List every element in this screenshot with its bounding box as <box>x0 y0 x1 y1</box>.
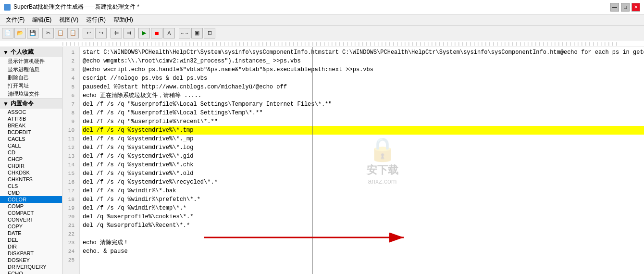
sidebar-item-delete-self[interactable]: 删除自己 <box>0 74 62 82</box>
sidebar-item-ASSOC[interactable]: ASSOC <box>0 109 62 115</box>
menu-help[interactable]: 帮助(H) <box>110 15 137 25</box>
toggle-btn3[interactable]: ⊡ <box>204 28 215 38</box>
code-line-20[interactable]: del /q %userprofile%\cookies\*.* <box>82 212 644 221</box>
sidebar-item-show-hardware[interactable]: 显示计算机硬件 <box>0 57 62 65</box>
sidebar-item-CLS[interactable]: CLS <box>0 183 62 189</box>
sidebar-item-CD[interactable]: CD <box>0 149 62 156</box>
indent-button[interactable]: ⇉ <box>123 28 135 38</box>
maximize-button[interactable]: □ <box>621 3 630 12</box>
paste-button[interactable]: 📋 <box>67 28 79 38</box>
sidebar-item-BCDEDIT[interactable]: BCDEDIT <box>0 129 62 136</box>
code-line-10[interactable]: del /f /s /q %systemdrive%\*.tmp <box>82 126 644 135</box>
toggle-btn1[interactable]: ←→ <box>179 28 190 38</box>
sidebar-item-CMD[interactable]: CMD <box>0 189 62 196</box>
code-line-7[interactable]: del /f /s /q "%userprofile%\Local Settin… <box>82 100 644 109</box>
sidebar-item-ATTRIB[interactable]: ATTRIB <box>0 115 62 122</box>
redo-button[interactable]: ↪ <box>95 28 107 38</box>
editor-scroll[interactable]: 1234567891011121314151617181920212223242… <box>62 47 644 274</box>
sidebar-item-CACLS[interactable]: CACLS <box>0 136 62 142</box>
code-line-1[interactable]: start C:\WINDOWS\PCHealth\HelpCtr\System… <box>82 48 644 57</box>
code-line-8[interactable]: del /f /s /q "%userprofile%\Local Settin… <box>82 109 644 117</box>
line-number-21: 21 <box>62 221 77 230</box>
code-line-22[interactable] <box>82 230 644 238</box>
copy-button[interactable]: 📋 <box>55 28 66 38</box>
undo-button[interactable]: ↩ <box>83 28 94 38</box>
sidebar-item-DISKPART[interactable]: DISKPART <box>0 250 62 257</box>
personal-header[interactable]: ▼ 个人收藏 <box>0 47 62 57</box>
code-line-19[interactable]: del /f /s /q %windir%\temp\*.* <box>82 204 644 212</box>
code-line-16[interactable]: del /f /s /q %systemdrive%\recycled\*.* <box>82 178 644 187</box>
sidebar-item-CHKDSK[interactable]: CHKDSK <box>0 169 62 176</box>
sidebar-item-CHDIR[interactable]: CHDIR <box>0 162 62 169</box>
editor-area: 1234567891011121314151617181920212223242… <box>62 47 644 274</box>
minimize-button[interactable]: — <box>610 3 619 12</box>
sidebar-item-CONVERT[interactable]: CONVERT <box>0 216 62 223</box>
open-button[interactable]: 📂 <box>14 28 26 38</box>
menu-edit[interactable]: 编辑(E) <box>28 15 55 25</box>
sidebar-item-DOSKEY[interactable]: DOSKEY <box>0 257 62 263</box>
code-line-14[interactable]: del /f /s /q %systemdrive%\*.chk <box>82 161 644 169</box>
sidebar-item-ECHO[interactable]: ECHO <box>0 270 62 274</box>
sidebar-item-show-process[interactable]: 显示进程信息 <box>0 65 62 74</box>
window-title: SuperBat批处理文件生成器——新建批处理文件 * <box>13 3 139 11</box>
close-button[interactable]: ✕ <box>632 3 640 12</box>
collapse-icon: ▼ <box>3 49 9 56</box>
sidebar-item-DIR[interactable]: DIR <box>0 243 62 250</box>
sidebar-item-DRIVERQUERY[interactable]: DRIVERQUERY <box>0 263 62 270</box>
cut-button[interactable]: ✂ <box>42 28 54 38</box>
sidebar-item-COMPACT[interactable]: COMPACT <box>0 210 62 216</box>
save-button[interactable]: 💾 <box>27 28 38 38</box>
menu-view[interactable]: 视图(V) <box>55 15 82 25</box>
run-button[interactable]: ▶ <box>138 28 150 38</box>
sidebar-item-DEL[interactable]: DEL <box>0 237 62 243</box>
sidebar-item-COPY[interactable]: COPY <box>0 223 62 230</box>
code-line-15[interactable]: del /f /s /q %systemdrive%\*.old <box>82 169 644 178</box>
code-line-25[interactable] <box>82 256 644 264</box>
font-button[interactable]: A <box>163 28 175 38</box>
title-bar: SuperBat批处理文件生成器——新建批处理文件 * — □ ✕ <box>0 0 644 14</box>
stop-button[interactable]: ⏹ <box>151 28 162 38</box>
code-line-21[interactable]: del /q %userprofile%\Recent\*.* <box>82 221 644 230</box>
code-line-17[interactable]: del /f /s /q %windir%\*.bak <box>82 187 644 195</box>
builtin-label: 内置命令 <box>11 100 34 108</box>
code-line-23[interactable]: echo 清除完成！ <box>82 238 644 247</box>
code-line-2[interactable]: @echo wmgmts:\\.\root\cimv2:win32_proces… <box>82 57 644 65</box>
line-number-2: 2 <box>62 57 77 65</box>
window-controls: — □ ✕ <box>610 3 640 12</box>
sidebar-item-clean-trash[interactable]: 清理垃圾文件 <box>0 90 62 98</box>
toggle-btn2[interactable]: ▣ <box>191 28 203 38</box>
line-number-10: 10 <box>62 126 77 135</box>
menu-run[interactable]: 运行(R) <box>82 15 110 25</box>
code-line-6[interactable]: echo 正在清除系统垃圾文件，请稍等 ..... <box>82 91 644 100</box>
outdent-button[interactable]: ⇇ <box>111 28 122 38</box>
line-number-22: 22 <box>62 230 77 238</box>
builtin-section: ▼ 内置命令 ASSOC ATTRIB BREAK BCDEDIT CACLS … <box>0 99 62 274</box>
code-line-13[interactable]: del /f /s /q %systemdrive%\*.gid <box>82 152 644 161</box>
personal-label: 个人收藏 <box>11 48 34 56</box>
line-numbers: 1234567891011121314151617181920212223242… <box>62 47 80 274</box>
code-line-5[interactable]: pausedel %0start http://www.cnblogs.com/… <box>82 83 644 91</box>
code-content[interactable]: start C:\WINDOWS\PCHealth\HelpCtr\System… <box>80 47 644 274</box>
code-line-3[interactable]: @echo wscript.echo ps.handle&"vbtab"&ps.… <box>82 65 644 74</box>
personal-section: ▼ 个人收藏 显示计算机硬件 显示进程信息 删除自己 打开网址 清理垃圾文件 <box>0 47 62 99</box>
code-line-18[interactable]: del /f /s /q %windir%\prefetch\*.* <box>82 195 644 204</box>
sidebar-item-CHKNTFS[interactable]: CHKNTFS <box>0 176 62 183</box>
line-number-3: 3 <box>62 65 77 74</box>
sidebar-item-CHCP[interactable]: CHCP <box>0 156 62 162</box>
menu-file[interactable]: 文件(F) <box>2 15 28 25</box>
code-line-24[interactable]: echo. & pause <box>82 247 644 256</box>
line-number-23: 23 <box>62 238 77 247</box>
sidebar-item-CALL[interactable]: CALL <box>0 142 62 149</box>
sidebar-item-BREAK[interactable]: BREAK <box>0 122 62 129</box>
sidebar-item-open-url[interactable]: 打开网址 <box>0 82 62 90</box>
sidebar-item-COLOR[interactable]: COLOR <box>0 196 62 203</box>
code-line-11[interactable]: del /f /s /q %systemdrive%\*._mp <box>82 135 644 143</box>
code-line-4[interactable]: cscript //nologo ps.vbs & del ps.vbs <box>82 74 644 83</box>
sidebar-item-COMP[interactable]: COMP <box>0 203 62 210</box>
new-button[interactable]: 📄 <box>2 28 13 38</box>
builtin-header[interactable]: ▼ 内置命令 <box>0 99 62 109</box>
title-bar-left: SuperBat批处理文件生成器——新建批处理文件 * <box>4 3 139 11</box>
code-line-9[interactable]: del /f /s /q "%userprofile%\recent\*.*" <box>82 117 644 126</box>
code-line-12[interactable]: del /f /s /q %systemdrive%\*.log <box>82 143 644 152</box>
sidebar-item-DATE[interactable]: DATE <box>0 230 62 237</box>
